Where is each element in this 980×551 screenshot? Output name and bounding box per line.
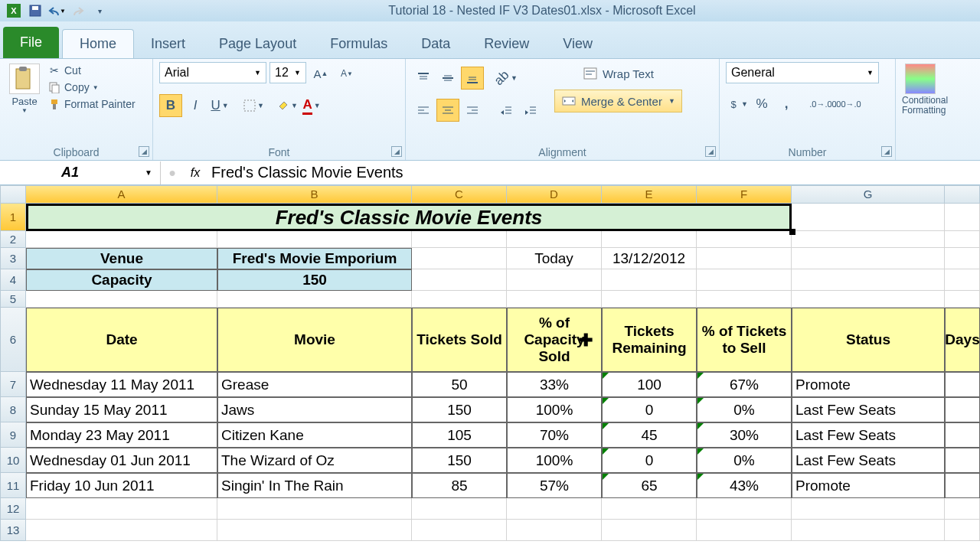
cell-movie[interactable]: Citizen Kane [217,422,412,448]
select-all-corner[interactable] [0,185,26,204]
cell-pct-cap[interactable]: 100% [507,448,602,473]
italic-button[interactable]: I [184,94,207,117]
fx-icon[interactable]: fx [184,166,207,180]
title-cell[interactable]: Fred's Classic Movie Events [26,204,792,231]
cell-date[interactable]: Wednesday 01 Jun 2011 [26,448,217,473]
col-header-h[interactable] [945,185,980,204]
align-bottom-button[interactable] [461,67,484,90]
qat-customize-icon[interactable]: ▾ [90,2,109,19]
cell[interactable] [792,204,945,231]
row-header-1[interactable]: 1 [0,204,26,231]
undo-icon[interactable]: ▼ [47,2,66,19]
save-icon[interactable] [26,2,44,19]
venue-value[interactable]: Fred's Movie Emporium [217,248,412,269]
spreadsheet-grid[interactable]: A B C D E F G 1 Fred's Classic Movie Eve… [0,185,980,541]
cell-pct-sell[interactable]: 43% [697,473,792,498]
venue-label[interactable]: Venue [26,248,217,269]
cell-movie[interactable]: Grease [217,372,412,397]
row-header-5[interactable]: 5 [0,291,26,308]
font-color-button[interactable]: A▼ [300,94,323,117]
formula-input[interactable]: Fred's Classic Movie Events [207,164,403,181]
cell-status[interactable]: Promote [792,372,945,397]
capacity-value[interactable]: 150 [217,269,412,291]
cell-pct-sell[interactable]: 30% [697,422,792,448]
cell-sold[interactable]: 50 [412,372,507,397]
cell-pct-cap[interactable]: 33% [507,372,602,397]
row-header-2[interactable]: 2 [0,231,26,248]
header-movie[interactable]: Movie [217,308,412,372]
increase-indent-button[interactable] [519,99,542,122]
align-top-button[interactable] [412,67,435,90]
conditional-formatting-button[interactable]: Conditional Formatting [902,62,939,116]
cell-pct-cap[interactable]: 57% [507,473,602,498]
cut-button[interactable]: ✂Cut [47,62,136,79]
format-painter-button[interactable]: Format Painter [47,96,136,112]
capacity-label[interactable]: Capacity [26,269,217,291]
redo-icon[interactable] [69,2,87,19]
clipboard-dialog-launcher[interactable]: ◢ [139,146,149,157]
header-date[interactable]: Date [26,308,217,372]
comma-format-button[interactable]: , [775,93,798,116]
col-header-g[interactable]: G [792,185,945,204]
cell[interactable] [945,372,980,397]
align-center-button[interactable] [436,99,459,122]
cell-remain[interactable]: 0 [602,448,697,473]
fill-handle[interactable] [789,229,795,235]
cell-status[interactable]: Last Few Seats [792,422,945,448]
borders-button[interactable]: ▼ [242,94,265,117]
increase-decimal-button[interactable]: .0→.00 [812,93,835,116]
cell[interactable] [945,204,980,231]
header-days[interactable]: Days [945,308,980,372]
cell[interactable] [945,422,980,448]
cell-date[interactable]: Monday 23 May 2011 [26,422,217,448]
cell-pct-sell[interactable]: 67% [697,372,792,397]
row-header-12[interactable]: 12 [0,498,26,520]
cell-status[interactable]: Last Few Seats [792,397,945,422]
cell-pct-sell[interactable]: 0% [697,397,792,422]
cell-date[interactable]: Wednesday 11 May 2011 [26,372,217,397]
cell-sold[interactable]: 85 [412,473,507,498]
wrap-text-button[interactable]: Wrap Text [554,62,682,85]
tab-view[interactable]: View [546,30,609,58]
cell-movie[interactable]: Jaws [217,397,412,422]
align-middle-button[interactable] [436,67,459,90]
row-header-11[interactable]: 11 [0,473,26,498]
tab-page-layout[interactable]: Page Layout [202,30,313,58]
underline-button[interactable]: U▼ [208,94,231,117]
bold-button[interactable]: B [159,94,182,117]
col-header-e[interactable]: E [602,185,697,204]
fill-color-button[interactable]: ▼ [276,94,299,117]
paste-button[interactable]: Paste ▼ [6,62,43,157]
merge-center-button[interactable]: Merge & Center▼ [554,90,682,112]
row-header-13[interactable]: 13 [0,520,26,541]
cell-remain[interactable]: 65 [602,473,697,498]
decrease-indent-button[interactable] [495,99,518,122]
decrease-decimal-button[interactable]: .00→.0 [836,93,859,116]
tab-review[interactable]: Review [467,30,546,58]
row-header-10[interactable]: 10 [0,448,26,473]
orientation-button[interactable]: ab▼ [495,67,518,90]
font-dialog-launcher[interactable]: ◢ [391,146,402,157]
cell-sold[interactable]: 150 [412,448,507,473]
grow-font-button[interactable]: A▲ [309,62,332,85]
header-sold[interactable]: Tickets Sold [412,308,507,372]
cell[interactable] [945,448,980,473]
cell-sold[interactable]: 105 [412,422,507,448]
number-dialog-launcher[interactable]: ◢ [881,146,892,157]
header-remain[interactable]: Tickets Remaining [602,308,697,372]
cell[interactable] [945,397,980,422]
shrink-font-button[interactable]: A▼ [335,62,358,85]
font-size-dropdown[interactable]: 12▼ [270,62,306,83]
cell-pct-cap[interactable]: 100% [507,397,602,422]
align-right-button[interactable] [461,99,484,122]
percent-format-button[interactable]: % [750,93,773,116]
cell-pct-sell[interactable]: 0% [697,448,792,473]
today-value[interactable]: 13/12/2012 [602,248,697,269]
font-name-dropdown[interactable]: Arial▼ [159,62,266,83]
cell[interactable] [945,473,980,498]
col-header-c[interactable]: C [412,185,507,204]
tab-insert[interactable]: Insert [134,30,202,58]
row-header-9[interactable]: 9 [0,422,26,448]
copy-button[interactable]: Copy▼ [47,79,136,96]
row-header-7[interactable]: 7 [0,372,26,397]
